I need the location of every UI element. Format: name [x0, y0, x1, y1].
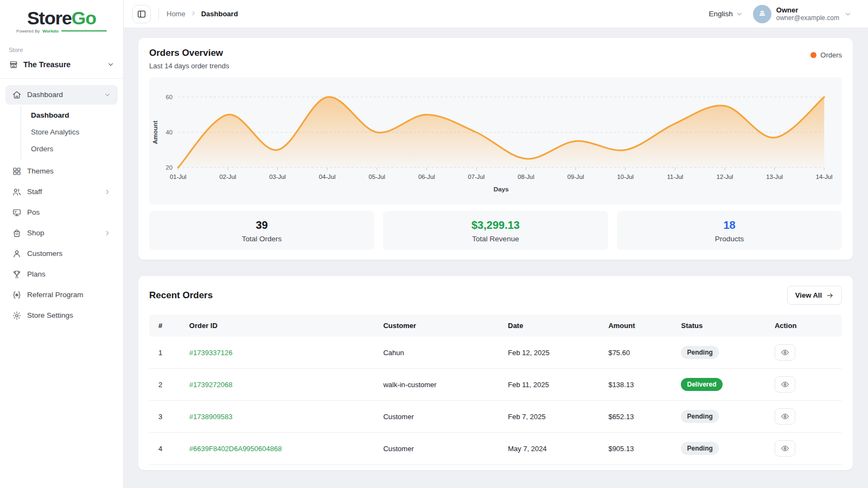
- sidebar-subitem-orders[interactable]: Orders: [21, 140, 123, 157]
- gear-icon: [12, 311, 22, 320]
- svg-text:05-Jul: 05-Jul: [368, 174, 385, 180]
- sidebar-item-themes[interactable]: Themes: [5, 162, 118, 181]
- users-icon: [12, 187, 22, 197]
- customer-cell: Customer: [378, 433, 502, 465]
- storefront-icon: [9, 60, 18, 69]
- order-id-link[interactable]: #6639F8402D6A9950604868: [189, 445, 282, 453]
- stats-row: 39 Total Orders $3,299.13 Total Revenue …: [149, 211, 842, 250]
- recent-orders-table: # Order ID Customer Date Amount Status A…: [149, 314, 842, 465]
- svg-text:02-Jul: 02-Jul: [220, 174, 237, 180]
- recent-orders-title: Recent Orders: [149, 290, 213, 301]
- stat-label: Total Revenue: [388, 235, 603, 243]
- sidebar-item-customers[interactable]: Customers: [5, 244, 118, 264]
- sidebar-item-plans[interactable]: Plans: [5, 265, 118, 284]
- tagline-underline: [61, 30, 107, 31]
- sidebar-item-referral-program[interactable]: Referral Program: [5, 285, 118, 305]
- svg-text:20: 20: [166, 164, 173, 171]
- col-header-amount: Amount: [603, 314, 675, 337]
- status-badge: Pending: [681, 410, 718, 423]
- breadcrumb-home[interactable]: Home: [167, 10, 186, 18]
- col-header-action: Action: [769, 314, 842, 337]
- amount-cell: $75.60: [603, 337, 675, 369]
- customer-cell: Cahun: [378, 337, 502, 369]
- stat-label: Total Orders: [155, 235, 369, 243]
- order-id-link[interactable]: #1739272068: [189, 381, 233, 389]
- grid-icon: [12, 166, 22, 176]
- status-badge: Pending: [681, 346, 718, 359]
- amount-cell: $652.13: [603, 401, 675, 433]
- order-id-link[interactable]: #1738909583: [189, 413, 233, 421]
- customer-cell: Customer: [378, 401, 502, 433]
- topbar-right: English Owner owner@example.com: [709, 5, 852, 23]
- sidebar-item-label: Customers: [27, 249, 111, 258]
- sidebar-item-label: Shop: [27, 229, 98, 237]
- svg-text:08-Jul: 08-Jul: [518, 174, 534, 180]
- content: Orders Overview Last 14 days order trend…: [124, 28, 868, 488]
- app-root: StoreGo Powered By Workdo Store The Trea…: [0, 0, 868, 488]
- chart-legend-orders[interactable]: Orders: [810, 51, 842, 59]
- svg-text:40: 40: [166, 129, 173, 136]
- pos-terminal-icon: [12, 208, 22, 217]
- table-header-row: # Order ID Customer Date Amount Status A…: [149, 314, 842, 337]
- col-header-date: Date: [502, 314, 603, 337]
- col-header-order-id: Order ID: [184, 314, 378, 337]
- sidebar-item-store-settings[interactable]: Store Settings: [5, 306, 118, 325]
- sidebar-subitem-store-analytics[interactable]: Store Analytics: [21, 124, 123, 140]
- svg-text:04-Jul: 04-Jul: [319, 174, 336, 180]
- sidebar-item-label: Pos: [27, 208, 111, 216]
- topbar-divider: [158, 8, 159, 20]
- date-cell: May 7, 2024: [502, 433, 603, 465]
- svg-text:10-Jul: 10-Jul: [617, 174, 634, 180]
- orders-overview-head: Orders Overview Last 14 days order trend…: [149, 48, 842, 70]
- row-index: 3: [149, 401, 184, 433]
- view-order-button[interactable]: [775, 440, 795, 457]
- sidebar-item-label: Themes: [27, 167, 111, 175]
- status-badge: Pending: [681, 442, 718, 455]
- arrow-right-icon: [826, 292, 834, 299]
- recent-orders-card: Recent Orders View All # Order ID Custom…: [138, 276, 853, 470]
- table-row: 1 #1739337126 Cahun Feb 12, 2025 $75.60 …: [149, 337, 842, 369]
- brand-wordmark: StoreGo: [5, 9, 118, 28]
- sidebar-item-dashboard[interactable]: Dashboard: [5, 85, 118, 105]
- breadcrumb-current: Dashboard: [201, 10, 238, 18]
- table-row: 4 #6639F8402D6A9950604868 Customer May 7…: [149, 433, 842, 465]
- trophy-icon: [12, 269, 22, 279]
- view-order-button[interactable]: [775, 344, 795, 361]
- sidebar-subitem-dashboard[interactable]: Dashboard: [21, 107, 123, 124]
- dashboard-submenu: Dashboard Store Analytics Orders: [21, 106, 123, 159]
- recent-orders-head: Recent Orders View All: [149, 286, 842, 305]
- date-cell: Feb 11, 2025: [502, 369, 603, 401]
- view-order-button[interactable]: [775, 376, 795, 393]
- order-id-link[interactable]: #1739337126: [189, 349, 233, 357]
- sidebar-item-label: Plans: [27, 270, 111, 278]
- view-order-button[interactable]: [775, 408, 795, 425]
- stat-value: 18: [622, 219, 837, 232]
- sidebar-toggle-button[interactable]: [132, 5, 151, 23]
- sidebar-item-label: Store Settings: [27, 311, 111, 319]
- legend-dot-icon: [810, 52, 816, 58]
- chevron-right-icon: [104, 188, 111, 196]
- amount-cell: $138.13: [603, 369, 675, 401]
- store-selector[interactable]: The Treasure: [0, 57, 123, 79]
- row-index: 1: [149, 337, 184, 369]
- svg-text:07-Jul: 07-Jul: [468, 174, 485, 180]
- user-email: owner@example.com: [776, 14, 839, 22]
- referral-icon: [12, 290, 22, 300]
- sidebar-item-pos[interactable]: Pos: [5, 203, 118, 222]
- user-meta: Owner owner@example.com: [776, 6, 839, 22]
- sidebar-item-staff[interactable]: Staff: [5, 182, 118, 202]
- svg-text:01-Jul: 01-Jul: [170, 174, 187, 180]
- legend-label: Orders: [820, 51, 842, 59]
- stat-total-revenue: $3,299.13 Total Revenue: [383, 211, 608, 250]
- view-all-button[interactable]: View All: [787, 286, 842, 305]
- brand-logo[interactable]: StoreGo Powered By Workdo: [0, 0, 123, 38]
- sidebar-item-shop[interactable]: Shop: [5, 223, 118, 243]
- user-menu[interactable]: Owner owner@example.com: [753, 5, 852, 23]
- chevron-right-icon: [104, 229, 111, 237]
- language-selector[interactable]: English: [709, 10, 743, 18]
- chevron-right-icon: [190, 10, 196, 18]
- eye-icon: [781, 412, 789, 421]
- table-row: 2 #1739272068 walk-in-customer Feb 11, 2…: [149, 369, 842, 401]
- sidebar-item-label: Dashboard: [27, 91, 98, 99]
- col-header-index: #: [149, 314, 184, 337]
